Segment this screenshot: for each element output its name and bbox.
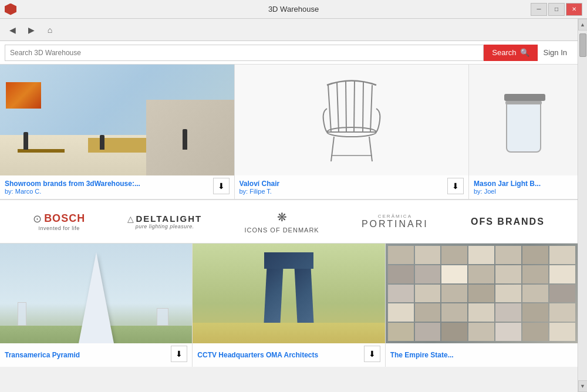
figure-2 (100, 135, 104, 150)
window-controls: ─ □ ✕ (531, 3, 582, 16)
bottom-card-info-cctv: CCTV Headquarters OMA Architects (193, 343, 384, 367)
model-title-chair: Valoví Chair (239, 180, 464, 188)
search-icon: 🔍 (520, 48, 529, 57)
bottom-card-cctv[interactable]: CCTV Headquarters OMA Architects ⬇ (193, 244, 385, 367)
chair-svg (311, 73, 393, 167)
app-logo (5, 4, 16, 15)
portinari-name: PORTINARI (362, 219, 429, 229)
svg-line-0 (328, 85, 331, 132)
cctv-ground (193, 323, 384, 343)
scroll-up-arrow[interactable]: ▲ (578, 19, 588, 31)
chair-scene (235, 65, 469, 176)
search-label: Search (492, 48, 516, 57)
window-title: 3D Warehouse (268, 5, 319, 13)
scroll-thumb[interactable] (579, 33, 586, 57)
back-button[interactable]: ◀ (5, 22, 20, 38)
block-26 (495, 303, 521, 322)
side-building-2 (157, 308, 168, 326)
bosch-row: ⊙ BOSCH (33, 212, 85, 225)
bottom-card-info-transamerica: Transamerica Pyramid (0, 343, 192, 367)
svg-line-8 (331, 137, 334, 161)
deltalight-row: △ DELTALIGHT (127, 214, 202, 224)
figure-1 (23, 132, 28, 150)
brand-icons-denmark[interactable]: ❋ ICONS OF DENMARK (244, 210, 319, 234)
sign-in-link[interactable]: Sign In (538, 48, 573, 57)
bosch-name: BOSCH (44, 212, 85, 225)
block-10 (441, 265, 467, 283)
search-bar: Search 🔍 Sign In (0, 41, 578, 65)
showroom-scene (0, 65, 234, 176)
block-5 (495, 246, 521, 264)
svg-line-1 (337, 82, 339, 132)
block-9 (415, 265, 441, 283)
scroll-track (579, 31, 587, 380)
block-25 (468, 303, 494, 322)
block-18 (468, 285, 494, 303)
svg-line-2 (346, 80, 346, 132)
brand-bosch[interactable]: ⊙ BOSCH Invented for life (33, 212, 85, 231)
bottom-card-transamerica[interactable]: Transamerica Pyramid ⬇ (0, 244, 193, 367)
brand-ofs[interactable]: OFS BRANDS (471, 217, 545, 227)
cctv-top (264, 252, 313, 269)
scroll-down-arrow[interactable]: ▼ (578, 380, 588, 392)
svg-line-3 (354, 80, 355, 132)
bottom-title-transamerica: Transamerica Pyramid (5, 351, 187, 359)
model-author-showroom: by: Marco C. (5, 188, 230, 195)
model-card-showroom[interactable]: Showroom brands from 3dWarehouse:... by:… (0, 65, 235, 199)
staircase (146, 100, 234, 176)
bottom-card-info-empire: The Empire State... (386, 343, 578, 367)
block-20 (522, 285, 548, 303)
block-2 (415, 246, 441, 264)
model-card-chair[interactable]: Valoví Chair by: Filipe T. ⬇ (235, 65, 470, 199)
model-image-mason (469, 65, 578, 176)
furniture-sofa (88, 138, 147, 153)
block-27 (522, 303, 548, 322)
figure-3 (183, 129, 187, 150)
featured-models-grid: Showroom brands from 3dWarehouse:... by:… (0, 65, 578, 200)
svg-line-4 (363, 82, 363, 132)
bottom-card-empire[interactable]: The Empire State... (386, 244, 578, 367)
nav-toolbar: ◀ ▶ ⌂ (0, 19, 587, 41)
close-button[interactable]: ✕ (566, 3, 582, 16)
block-4 (468, 246, 494, 264)
download-button-chair[interactable]: ⬇ (447, 178, 464, 194)
block-3 (441, 246, 467, 264)
search-button[interactable]: Search 🔍 (484, 45, 537, 61)
block-23 (415, 303, 441, 322)
bottom-title-empire: The Empire State... (390, 351, 573, 359)
model-card-mason[interactable]: Mason Jar Light B... by: Joel (469, 65, 578, 199)
restore-button[interactable]: □ (548, 3, 565, 16)
deltalight-prefix: △ (127, 214, 134, 224)
model-title-mason: Mason Jar Light B... (474, 180, 573, 188)
empire-scene (386, 244, 578, 343)
cctv-building-wrapper (262, 252, 315, 323)
home-button[interactable]: ⌂ (42, 22, 58, 38)
deltalight-tagline: pure lighting pleasure. (136, 224, 194, 229)
mason-scene (469, 65, 578, 176)
model-info-chair: Valoví Chair by: Filipe T. (235, 175, 469, 199)
minimize-button[interactable]: ─ (531, 3, 547, 16)
cctv-scene (193, 244, 384, 343)
cctv-left (264, 267, 283, 323)
brand-portinari[interactable]: CERÂMICA PORTINARI (362, 214, 429, 229)
block-24 (441, 303, 467, 322)
brand-deltalight[interactable]: △ DELTALIGHT pure lighting pleasure. (127, 214, 202, 229)
model-image-showroom (0, 65, 234, 176)
block-7 (549, 246, 575, 264)
search-input[interactable] (5, 45, 484, 61)
download-button-showroom[interactable]: ⬇ (213, 178, 230, 194)
download-button-transamerica[interactable]: ⬇ (171, 346, 187, 362)
block-21 (549, 285, 575, 303)
block-28 (549, 303, 575, 322)
block-15 (388, 285, 414, 303)
model-title-showroom: Showroom brands from 3dWarehouse:... (5, 180, 230, 188)
svg-line-9 (369, 137, 372, 161)
pyramid-tower (79, 252, 114, 343)
ofs-name: OFS BRANDS (471, 217, 545, 227)
download-button-cctv[interactable]: ⬇ (364, 346, 380, 362)
svg-line-5 (370, 85, 372, 132)
icons-denmark-name: ICONS OF DENMARK (244, 227, 319, 234)
deltalight-name: DELTALIGHT (136, 214, 202, 224)
forward-button[interactable]: ▶ (23, 22, 39, 38)
side-building-1 (18, 302, 26, 326)
